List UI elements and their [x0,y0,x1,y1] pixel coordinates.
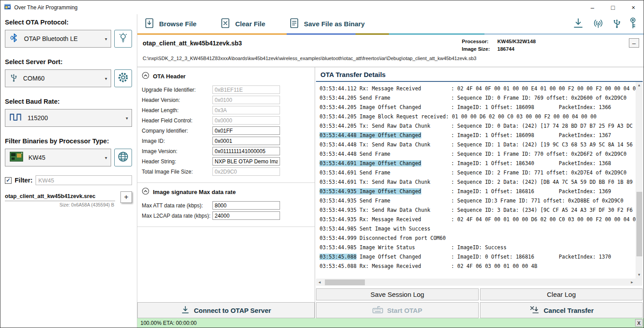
log-line: 03:53:44.205 Image Block Request receive… [320,112,635,121]
upgrade-file-identifier-input [212,85,280,94]
scroll-up-icon[interactable]: ▲ [637,83,641,87]
field-row: Max L2CAP data rate (kbps): [137,211,315,221]
header-field-control-label: Header Field Control: [142,117,212,124]
collapse-ota-header-icon[interactable] [142,72,149,81]
field-row: Company Identifier: [137,126,315,136]
image-version-input[interactable] [212,147,280,155]
signature-fields: Max ATT data rate (kbps):Max L2CAP data … [137,199,315,224]
gear-icon [117,72,129,85]
app-window: Over The Air Programming – □ × Select OT… [0,0,644,328]
main-area: Browse File Clear File Save File as Bina… [137,14,644,328]
port-settings-button[interactable] [114,69,132,87]
keyboard-icon [372,306,383,315]
collapse-signature-icon[interactable] [142,187,149,196]
browse-file-label: Browse File [159,20,196,28]
processor-filter-label: Filter Binaries by Processor Type: [5,138,132,145]
filter-checkbox[interactable]: ✓ [5,177,12,184]
company-identifier-label: Company Identifier: [142,128,212,134]
lightbulb-icon [118,32,128,45]
field-row: Image ID: [137,136,315,146]
header-length-label: Header Length: [142,107,212,113]
horizontal-scrollbar[interactable]: ◄ ► [316,279,636,286]
chevron-down-icon: ▾ [125,116,129,121]
port-value: COM60 [23,75,99,82]
scroll-right-icon[interactable]: ► [630,280,634,284]
protocol-hint-button[interactable] [114,30,132,48]
toolbar: Browse File Clear File Save File as Bina… [137,14,644,33]
image-id-input[interactable] [212,137,280,145]
vertical-scroll-thumb[interactable] [636,192,642,257]
filter-input[interactable] [36,175,132,185]
save-session-log-button[interactable]: Save Session Log [316,288,479,300]
scroll-down-icon[interactable]: ▼ [637,273,641,277]
bluetooth-icon [10,33,19,44]
save-binary-button[interactable]: Save File as Binary [288,17,365,30]
transfer-log: 03:53:44.112 Rx: Message Received: 02 4F… [316,82,643,286]
divider [137,227,315,227]
log-line: 03:53:44.999 Disconnected from port COM6… [320,234,635,243]
scroll-left-icon[interactable]: ◄ [318,280,321,284]
total-image-file-size-label: Total Image File Size: [142,169,212,175]
close-progress-button[interactable]: X [635,319,643,327]
processor-meta-label: Processor: [462,39,497,44]
horizontal-scroll-thumb[interactable] [325,279,365,285]
clear-file-label: Clear File [235,20,265,28]
log-line: 03:53:44.205 Image Offset Changed: Image… [320,103,635,112]
log-line: 03:53:44.935 Rx: Message Received: 02 4F… [320,215,635,224]
connect-icon [181,305,190,316]
usb-icon[interactable] [612,17,621,31]
baud-value: 115200 [28,114,120,121]
connect-otap-label: Connect to OTAP Server [194,307,271,314]
field-row: Header String: [137,156,315,166]
log-line: 03:53:44.448 Send Frame: Sequence ID: 1 … [320,150,635,159]
cancel-transfer-label: Cancel Transfer [544,307,594,314]
clear-file-button[interactable]: Clear File [220,17,265,30]
maximize-button[interactable]: □ [603,0,623,14]
add-file-button[interactable]: + [120,191,132,203]
image-id-label: Image ID: [142,138,212,144]
header-length-input [212,106,280,114]
sidebar: Select OTA Protocol: OTAP Bluetooth LE ▾… [0,14,137,328]
max-att-data-rate-label: Max ATT data rate (kbps): [142,202,212,209]
collapse-file-info-button[interactable]: – [629,38,639,48]
start-otap-button[interactable]: Start OTAP [316,302,479,318]
download-icon[interactable] [572,17,584,31]
signature-title: Image signature Max data rate [153,189,236,195]
log-line: 03:53:44.448 Tx: Send Raw Data Chunk: Se… [320,140,635,150]
connect-otap-button[interactable]: Connect to OTAP Server [137,302,315,318]
browse-file-button[interactable]: Browse File [144,17,196,30]
square-wave-icon [10,113,22,123]
processor-globe-button[interactable] [114,149,132,166]
log-line: 03:53:44.935 Image Offset Changed: Image… [320,187,635,196]
close-button[interactable]: × [623,0,644,14]
key-icon[interactable] [629,17,636,31]
cancel-transfer-button[interactable]: Cancel Transfer [480,302,643,318]
field-row: Header Length: [137,105,315,115]
max-att-data-rate-input[interactable] [212,201,280,210]
toolbar-right-icons [572,17,644,31]
company-identifier-input[interactable] [212,126,280,135]
header-string-input[interactable] [212,157,280,166]
processor-combo[interactable]: KW45 ▾ [5,149,111,166]
total-image-file-size-input [212,167,280,176]
header-string-label: Header String: [142,158,212,165]
chevron-down-icon: ▾ [104,76,108,81]
progress-bar: 100.00% ETA: 00:00:00 X [137,318,644,328]
clear-log-button[interactable]: Clear Log [480,288,643,300]
baud-label: Select Baud Rate: [5,98,132,105]
wireless-icon[interactable] [592,17,604,31]
save-binary-label: Save File as Binary [304,20,365,28]
file-list-item[interactable]: otap_client_att_kw45b41zevk.srec Size: 0… [5,193,132,207]
max-l2cap-data-rate-input[interactable] [212,211,280,220]
baud-combo[interactable]: 115200 ▾ [5,109,132,127]
header-version-label: Header Version: [142,97,212,103]
ota-header-panel: OTA Header Upgrade File Identifier:Heade… [137,67,315,318]
signature-section-header: Image signature Max data rate [137,183,315,199]
vertical-scrollbar[interactable]: ▲ ▼ [636,82,643,278]
port-combo[interactable]: COM60 ▾ [5,69,111,87]
log-line: 03:53:44.691 Send Frame: Sequence ID: 2 … [320,168,635,178]
protocol-combo[interactable]: OTAP Bluetooth LE ▾ [5,30,111,48]
window-title: Over The Air Programming [14,4,78,11]
field-row: Total Image File Size: [137,166,315,177]
minimize-button[interactable]: – [582,0,603,14]
